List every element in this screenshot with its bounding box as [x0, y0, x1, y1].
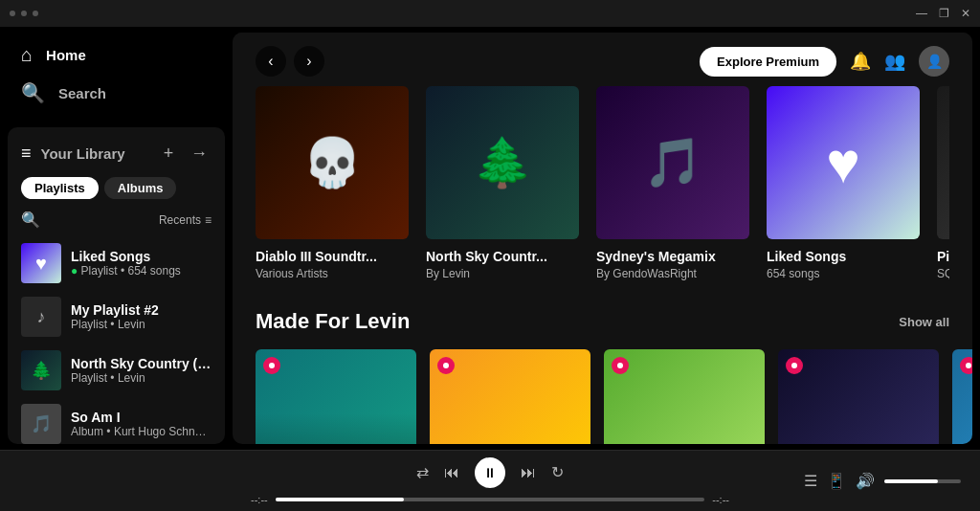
liked-songs-meta: ● Playlist • 654 songs	[71, 264, 212, 278]
app-body: ⌂ Home 🔍 Search ≡ Your Library + → Pl	[0, 27, 980, 450]
volume-bar[interactable]	[884, 479, 961, 483]
list-item[interactable]: 🌲 North Sky Country (In-Game) Playlist •…	[13, 344, 219, 397]
maximize-button[interactable]: ❐	[939, 7, 949, 20]
liked-songs-name: Liked Songs	[71, 249, 212, 264]
queue-button[interactable]: ☰	[804, 472, 817, 490]
progress-track[interactable]	[276, 498, 705, 501]
sidebar-item-search[interactable]: 🔍 Search	[11, 74, 221, 112]
media-card-diablo[interactable]: 💀 Diablo III Soundtr... Various Artists	[256, 86, 409, 280]
shuffle-button[interactable]: ⇄	[416, 463, 429, 481]
liked-card-subtitle: 654 songs	[767, 267, 920, 280]
recents-label[interactable]: Recents ≡	[159, 213, 212, 227]
made-for-title: Made For Levin	[256, 309, 410, 334]
playlist2-meta: Playlist • Levin	[71, 318, 212, 331]
avatar-icon: 👤	[926, 54, 943, 69]
dot-2	[21, 11, 27, 16]
progress-fill	[276, 498, 405, 501]
expand-library-button[interactable]: →	[187, 141, 212, 166]
dm1-badge-dot	[269, 363, 275, 368]
list-item[interactable]: 🎵 So Am I Album • Kurt Hugo Schneider	[13, 397, 219, 444]
cards-row: 💀 Diablo III Soundtr... Various Artists …	[256, 86, 949, 280]
dm4-badge	[786, 357, 803, 374]
forward-button[interactable]: ›	[294, 46, 324, 77]
player-controls: ⇄ ⏮ ⏸ ⏭ ↻	[416, 457, 564, 488]
titlebar: — ❐ ✕	[0, 0, 980, 27]
playlist2-thumb: ♪	[21, 297, 61, 337]
volume-fill	[884, 479, 938, 483]
daily-mix-5-card[interactable]: Daily Mix 5 Daily Mix 5 Darren Korb, Chr…	[952, 349, 972, 425]
window-controls[interactable]: — ❐ ✕	[916, 7, 970, 20]
daily-mix-1-card[interactable]: Daily Mix 1 Daily Mix 1 Josh Whelchel, K…	[256, 349, 416, 425]
library-search-bar: 🔍 Recents ≡	[8, 207, 225, 236]
daily-mix-2-card[interactable]: Daily Mix 2 Daily Mix 2 ROZEN, Nobuo Uem…	[430, 349, 590, 425]
play-pause-button[interactable]: ⏸	[475, 457, 505, 488]
dm1-thumb: Daily Mix 1	[256, 349, 416, 444]
player-right: ☰ 📱 🔊	[769, 472, 961, 490]
dm2-badge	[437, 357, 455, 374]
soami-name: So Am I	[71, 410, 212, 425]
repeat-button[interactable]: ↻	[551, 463, 564, 481]
filter-tab-albums[interactable]: Albums	[104, 177, 177, 199]
avatar-button[interactable]: 👤	[919, 46, 949, 77]
search-icon: 🔍	[21, 81, 45, 104]
media-card-northsky[interactable]: 🌲 North Sky Countr... By Levin	[426, 86, 579, 280]
friends-icon[interactable]: 👥	[884, 51, 905, 72]
list-item[interactable]: ♪ My Playlist #2 Playlist • Levin	[13, 290, 219, 344]
progress-bar[interactable]: --:-- --:--	[251, 494, 729, 505]
media-card-liked[interactable]: ♥ Liked Songs 654 songs	[767, 86, 920, 280]
northsky-meta: Playlist • Levin	[71, 371, 212, 385]
piano-thumb: 🎹	[937, 86, 949, 239]
back-button[interactable]: ‹	[256, 46, 286, 77]
library-actions: + →	[156, 141, 212, 166]
devices-button[interactable]: 📱	[827, 472, 846, 490]
dm5-thumb: Daily Mix 5	[952, 349, 972, 444]
dm4-thumb: Daily Mix 4	[778, 349, 939, 444]
sidebar: ⌂ Home 🔍 Search ≡ Your Library + → Pl	[0, 27, 233, 450]
northsky-name: North Sky Country (In-Game)	[71, 356, 212, 371]
nav-arrows: ‹ ›	[256, 46, 324, 77]
daily-mix-4-card[interactable]: Daily Mix 4 Daily Mix 4 Gothic Storm, Ef…	[778, 349, 939, 425]
liked-card-title: Liked Songs	[767, 249, 920, 264]
volume-icon[interactable]: 🔊	[856, 472, 875, 490]
media-card-sydney[interactable]: 🎵 Sydney's Megamix By GendoWasRight	[596, 86, 749, 280]
explore-premium-button[interactable]: Explore Premium	[700, 47, 836, 77]
dot-1	[10, 11, 15, 16]
add-library-button[interactable]: +	[156, 141, 181, 166]
dm3-badge	[612, 357, 629, 374]
liked-songs-info: Liked Songs ● Playlist • 654 songs	[71, 249, 212, 278]
daily-mix-3-card[interactable]: Daily Mix 3 Daily Mix 3 Darren Ang, Mich…	[604, 349, 765, 425]
dm2-thumb: Daily Mix 2	[430, 349, 590, 444]
notifications-icon[interactable]: 🔔	[850, 51, 871, 72]
close-button[interactable]: ✕	[961, 7, 970, 20]
sidebar-item-home[interactable]: ⌂ Home	[11, 36, 221, 74]
carousel-section: 💀 Diablo III Soundtr... Various Artists …	[233, 86, 972, 300]
liked-card-thumb: ♥	[767, 86, 920, 239]
playlist-list: ♥ Liked Songs ● Playlist • 654 songs ♪	[8, 236, 225, 444]
time-total: --:--	[712, 494, 729, 505]
sydney-title: Sydney's Megamix	[596, 249, 749, 264]
library-icon: ≡	[21, 144, 32, 164]
soami-meta: Album • Kurt Hugo Schneider	[71, 425, 212, 438]
previous-button[interactable]: ⏮	[444, 464, 459, 481]
piano-subtitle: SQUARE ENIX MUSIC	[937, 267, 949, 280]
library-search-icon[interactable]: 🔍	[21, 211, 40, 229]
minimize-button[interactable]: —	[916, 7, 927, 20]
playlist2-name: My Playlist #2	[71, 302, 212, 318]
dm4-badge-dot	[791, 363, 797, 368]
player-bar: ⇄ ⏮ ⏸ ⏭ ↻ --:-- --:-- ☰ 📱 🔊	[0, 450, 980, 511]
filter-tab-playlists[interactable]: Playlists	[21, 177, 99, 199]
show-all-button[interactable]: Show all	[899, 315, 949, 329]
soami-thumb: 🎵	[21, 404, 61, 444]
sidebar-nav: ⌂ Home 🔍 Search	[0, 27, 233, 122]
list-item[interactable]: ♥ Liked Songs ● Playlist • 654 songs	[13, 236, 219, 290]
piano-title: Piano Collections...	[937, 249, 949, 264]
next-button[interactable]: ⏭	[521, 464, 536, 481]
media-card-piano[interactable]: 🎹 Piano Collections... SQUARE ENIX MUSIC	[937, 86, 949, 280]
topbar: ‹ › Explore Premium 🔔 👥 👤	[233, 33, 972, 86]
liked-songs-thumb: ♥	[21, 243, 61, 283]
northsky-card-subtitle: By Levin	[426, 267, 579, 280]
sydney-subtitle: By GendoWasRight	[596, 267, 749, 280]
topbar-right: Explore Premium 🔔 👥 👤	[700, 46, 949, 77]
dm5-badge	[960, 357, 972, 374]
diablo-title: Diablo III Soundtr...	[256, 249, 409, 264]
